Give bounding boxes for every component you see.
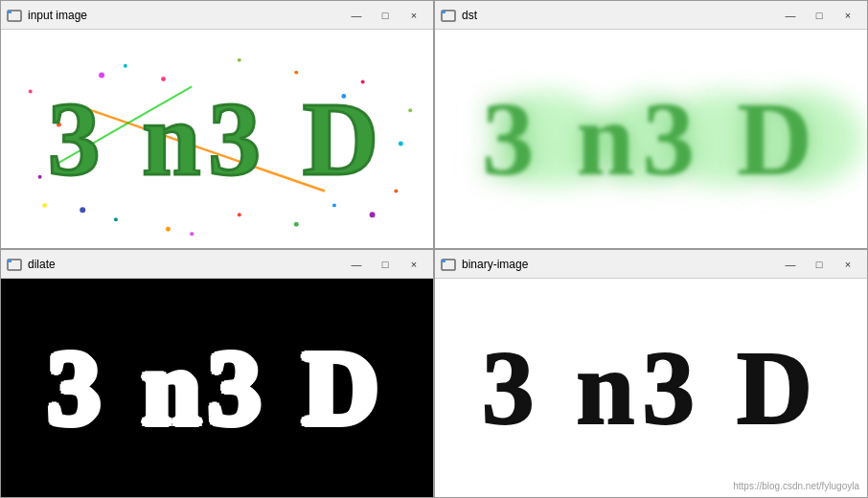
dilate-content: 3 n3 D	[1, 279, 433, 497]
svg-point-5	[124, 64, 127, 68]
svg-rect-27	[442, 11, 445, 13]
titlebar-controls-binary: — □ ×	[777, 254, 861, 275]
window-icon-binary	[441, 257, 456, 272]
svg-point-13	[80, 207, 85, 213]
svg-rect-35	[442, 260, 445, 262]
svg-point-17	[294, 222, 299, 227]
binary-text: 3 n3 D	[482, 328, 821, 449]
svg-point-25	[190, 232, 194, 236]
minimize-button-input[interactable]: —	[343, 5, 370, 26]
window-dilate: dilate — □ × 3 n3 D	[0, 249, 434, 498]
close-button-dst[interactable]: ×	[834, 5, 861, 26]
window-binary-image: binary-image — □ × 3 n3 D https://blog.c…	[434, 249, 868, 498]
svg-point-7	[238, 58, 241, 62]
svg-point-8	[294, 71, 298, 75]
titlebar-dilate: dilate — □ ×	[1, 250, 433, 279]
titlebar-controls-input: — □ ×	[343, 5, 427, 26]
maximize-button-dst[interactable]: □	[806, 5, 833, 26]
minimize-button-dst[interactable]: —	[777, 5, 804, 26]
minimize-button-dilate[interactable]: —	[343, 254, 370, 275]
main-grid: input image — □ ×	[0, 0, 868, 498]
titlebar-controls-dst: — □ ×	[777, 5, 861, 26]
svg-rect-33	[8, 260, 11, 262]
input-image-content: 3 n3 D	[1, 30, 433, 248]
svg-point-21	[399, 141, 403, 146]
watermark: https://blog.csdn.net/fylugoyla	[733, 481, 859, 491]
binary-content: 3 n3 D https://blog.csdn.net/fylugoyla	[435, 279, 867, 497]
dst-text: 3 n3 D	[482, 79, 821, 200]
window-dst: dst — □ × 3 n3 D	[434, 0, 868, 249]
svg-point-18	[332, 203, 336, 207]
titlebar-title-input: input image	[28, 9, 337, 22]
close-button-dilate[interactable]: ×	[400, 254, 427, 275]
minimize-button-binary[interactable]: —	[777, 254, 804, 275]
svg-point-24	[42, 203, 47, 208]
maximize-button-dilate[interactable]: □	[372, 254, 399, 275]
titlebar-controls-dilate: — □ ×	[343, 254, 427, 275]
svg-point-20	[394, 190, 398, 193]
svg-point-16	[238, 213, 241, 216]
svg-point-14	[114, 217, 118, 221]
dst-content: 3 n3 D	[435, 30, 867, 248]
titlebar-title-dilate: dilate	[28, 258, 337, 271]
svg-rect-1	[8, 11, 11, 13]
maximize-button-input[interactable]: □	[372, 5, 399, 26]
titlebar-dst: dst — □ ×	[435, 1, 867, 30]
titlebar-title-binary: binary-image	[462, 258, 771, 271]
maximize-button-binary[interactable]: □	[806, 254, 833, 275]
window-icon-input	[7, 8, 22, 23]
close-button-input[interactable]: ×	[400, 5, 427, 26]
window-input-image: input image — □ ×	[0, 0, 434, 249]
window-icon-dilate	[7, 257, 22, 272]
titlebar-title-dst: dst	[462, 9, 771, 22]
window-icon-dst	[441, 8, 456, 23]
close-button-binary[interactable]: ×	[834, 254, 861, 275]
svg-point-19	[370, 212, 376, 217]
svg-point-22	[408, 108, 412, 112]
svg-point-12	[38, 175, 42, 179]
titlebar-binary-image: binary-image — □ ×	[435, 250, 867, 279]
dilate-text: 3 n3 D	[48, 328, 387, 449]
titlebar-input-image: input image — □ ×	[1, 1, 433, 30]
input-image-text: 3 n3 D	[48, 79, 387, 200]
svg-point-15	[166, 227, 171, 232]
svg-point-23	[29, 89, 33, 93]
